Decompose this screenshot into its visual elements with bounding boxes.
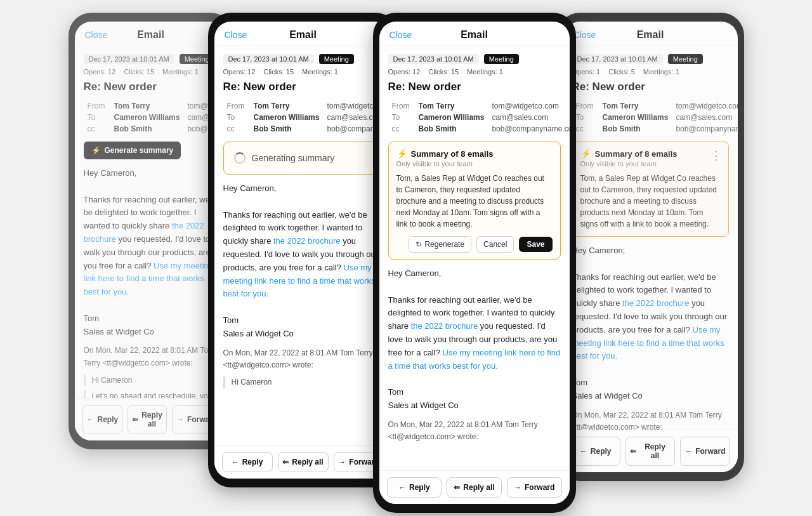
panel-2-generating-box: Generating summary bbox=[223, 142, 383, 175]
panel-3-summary-title: Summary of 8 emails bbox=[411, 149, 494, 159]
panel-3-save-btn[interactable]: Save bbox=[519, 237, 552, 252]
panel-3: Close Email Dec 17, 2023 at 10:01 AM Mee… bbox=[373, 13, 576, 513]
panel-4-summary-box: ⋮ ⚡ Summary of 8 emails Only visible to … bbox=[572, 142, 729, 237]
panel-1-reply-all-btn[interactable]: ⇐ Reply all bbox=[128, 405, 167, 434]
panel-1-subject: Re: New order bbox=[84, 81, 218, 93]
panel-3-title: Email bbox=[461, 29, 488, 41]
panel-2: Close Email Dec 17, 2023 at 10:01 AM Mee… bbox=[208, 13, 398, 487]
panel-4-footer: ← Reply ⇐ Reply all → Forward bbox=[563, 430, 738, 472]
panel-2-reply-all-btn[interactable]: ⇐ Reply all bbox=[278, 452, 329, 472]
panel-1-from-table: From Tom Terry tom@widgetco.com To Camer… bbox=[84, 100, 227, 135]
panel-2-generating-text: Generating summary bbox=[252, 153, 335, 163]
panel-2-meeting-badge: Meeting bbox=[319, 54, 354, 64]
panel-4: Close Email Dec 17, 2023 at 10:01 AM Mee… bbox=[557, 13, 744, 481]
panel-1-header: Close Email bbox=[75, 22, 227, 46]
spinner-icon bbox=[234, 152, 246, 164]
panel-4-email-body: Hey Cameron, Thanks for reaching out ear… bbox=[572, 244, 729, 430]
panel-2-header: Close Email bbox=[214, 22, 392, 46]
panel-3-reply-all-btn[interactable]: ⇐ Reply all bbox=[447, 477, 502, 498]
panel-4-summary-subtitle: Only visible to your team bbox=[580, 160, 721, 168]
panel-4-reply-btn[interactable]: ← Reply bbox=[571, 437, 620, 466]
panel-3-stats: Opens: 12 Clicks: 15 Meetings: 1 bbox=[388, 68, 561, 76]
panel-2-from-table: From Tom Terry tom@widgetco.com To Camer… bbox=[223, 100, 392, 135]
brochure-link-2[interactable]: the 2022 brochure bbox=[273, 236, 341, 246]
panel-3-summary-subtitle: Only visible to your team bbox=[396, 160, 553, 168]
lightning-icon-4: ⚡ bbox=[580, 149, 591, 159]
panel-2-subject: Re: New order bbox=[223, 81, 383, 93]
panel-3-meeting-badge: Meeting bbox=[484, 54, 519, 64]
panel-3-close-btn[interactable]: Close bbox=[390, 30, 412, 40]
panel-3-date: Dec 17, 2023 at 10:01 AM bbox=[388, 54, 479, 64]
panel-2-title: Email bbox=[289, 29, 317, 41]
panel-4-summary-title: Summary of 8 emails bbox=[595, 149, 678, 159]
panel-4-meeting-badge: Meeting bbox=[668, 54, 703, 64]
panel-3-regenerate-btn[interactable]: ↻ Regenerate bbox=[409, 236, 471, 253]
lightning-icon-3: ⚡ bbox=[396, 149, 407, 159]
panel-4-header: Close Email bbox=[563, 22, 738, 46]
panel-2-email-body: Hey Cameron, Thanks for reaching out ear… bbox=[223, 182, 383, 388]
panel-2-reply-btn[interactable]: ← Reply bbox=[222, 452, 273, 472]
panel-4-reply-all-btn[interactable]: ⇐ Reply all bbox=[625, 437, 675, 466]
panel-4-summary-text: Tom, a Sales Rep at Widget Co reaches ou… bbox=[580, 173, 721, 230]
lightning-icon: ⚡ bbox=[91, 146, 101, 155]
panel-2-date: Dec 17, 2023 at 10:01 AM bbox=[223, 54, 314, 64]
panel-3-forward-btn[interactable]: → Forward bbox=[507, 477, 562, 498]
panel-4-forward-btn[interactable]: → Forward bbox=[680, 437, 730, 466]
panel-3-email-body: Hey Cameron, Thanks for reaching out ear… bbox=[388, 267, 561, 443]
panel-4-title: Email bbox=[637, 29, 664, 41]
panel-3-summary-box: ⚡ Summary of 8 emails Only visible to yo… bbox=[388, 142, 561, 260]
panel-4-subject: Re: New order bbox=[572, 81, 729, 93]
brochure-link-4[interactable]: the 2022 brochure bbox=[622, 298, 690, 308]
panel-4-close-btn[interactable]: Close bbox=[573, 30, 596, 40]
panel-1-email-body: Hey Cameron, Thanks for reaching out ear… bbox=[84, 167, 218, 398]
panel-3-cancel-btn[interactable]: Cancel bbox=[476, 236, 514, 253]
panel-3-subject: Re: New order bbox=[388, 81, 561, 93]
panel-4-summary-menu-icon[interactable]: ⋮ bbox=[710, 149, 722, 162]
panel-3-header: Close Email bbox=[379, 22, 570, 46]
panel-1-reply-btn[interactable]: ← Reply bbox=[82, 405, 123, 434]
panel-2-footer: ← Reply ⇐ Reply all → Forward bbox=[214, 445, 392, 479]
panel-1-stats: Opens: 12 Clicks: 15 Meetings: 1 bbox=[84, 68, 218, 76]
panel-2-stats: Opens: 12 Clicks: 15 Meetings: 1 bbox=[223, 68, 383, 76]
panel-4-from-table: From Tom Terry tom@widgetco.com To Camer… bbox=[572, 100, 738, 135]
brochure-link-3[interactable]: the 2022 brochure bbox=[411, 321, 478, 331]
panel-3-reply-btn[interactable]: ← Reply bbox=[387, 477, 442, 498]
panel-2-close-btn[interactable]: Close bbox=[225, 30, 247, 40]
panel-4-date: Dec 17, 2023 at 10:01 AM bbox=[572, 54, 663, 64]
panel-1-close-btn[interactable]: Close bbox=[85, 30, 108, 40]
panel-4-stats: Opens: 1 Clicks: 5 Meetings: 1 bbox=[572, 68, 729, 76]
panel-1-footer: ← Reply ⇐ Reply all → Forward bbox=[75, 398, 227, 440]
panel-3-from-table: From Tom Terry tom@widgetco.com To Camer… bbox=[388, 100, 570, 135]
panel-1-generate-btn[interactable]: ⚡ Generate summary bbox=[84, 142, 181, 159]
panel-3-footer: ← Reply ⇐ Reply all → Forward bbox=[379, 470, 570, 504]
panel-1-date: Dec 17, 2023 at 10:01 AM bbox=[84, 54, 174, 64]
panel-1-title: Email bbox=[137, 29, 164, 41]
panel-3-summary-text: Tom, a Sales Rep at Widget Co reaches ou… bbox=[396, 173, 553, 230]
